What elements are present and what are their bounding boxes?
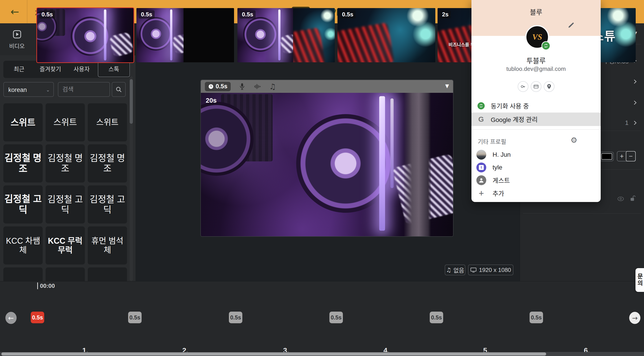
tab-video[interactable]: 비디오 xyxy=(0,23,34,55)
timeline-prev-button[interactable]: ← xyxy=(6,312,16,324)
subtab-user[interactable]: 사용자 xyxy=(66,62,98,77)
slide-duration-badge: 0.5s xyxy=(240,10,256,18)
eye-icon xyxy=(617,196,624,201)
gear-icon[interactable]: ⚙ xyxy=(570,136,577,144)
sidebar-scrollbar-thumb[interactable] xyxy=(130,79,133,124)
search-input[interactable] xyxy=(58,82,110,97)
key-icon xyxy=(520,84,526,89)
setting-row[interactable] xyxy=(628,77,638,86)
timeline xyxy=(0,281,644,356)
slide-duration-badge: 0.5s xyxy=(340,10,356,18)
timeline-slide-3[interactable]: 0.5s xyxy=(238,8,335,62)
transition-badge[interactable]: 0.5s xyxy=(128,312,142,323)
google-g-icon: G xyxy=(477,115,485,123)
subtab-stock[interactable]: 스톡 xyxy=(98,62,130,77)
setting-row[interactable] xyxy=(628,98,638,107)
font-card[interactable]: KCC 차쌤체 xyxy=(3,226,43,265)
decrease-button[interactable]: − xyxy=(626,151,636,161)
edit-pencil-icon[interactable] xyxy=(568,21,575,29)
font-card[interactable]: 김정철 명조 xyxy=(46,144,85,182)
slide-preview[interactable]: 20s 0.5s ♫ ▼ xyxy=(201,80,453,236)
profile-title: 블루 xyxy=(472,7,601,16)
profile-row-guest[interactable]: 게스트 xyxy=(472,174,601,187)
google-account-panel: 블루 VS 투블루 tubloo.dev@gmail.com 동기화 xyxy=(472,0,601,202)
font-card[interactable]: 김정철 고딕 xyxy=(46,185,85,224)
transition-badge-start[interactable]: 0.5s xyxy=(31,312,44,323)
divider xyxy=(472,129,601,130)
addresses-button[interactable] xyxy=(544,81,554,92)
lock-toggle[interactable] xyxy=(630,195,636,203)
resolution-button[interactable]: 1920 x 1080 xyxy=(468,265,514,275)
search-button[interactable] xyxy=(112,82,126,97)
subtab-favorites[interactable]: 즐겨찾기 xyxy=(35,62,66,77)
font-card[interactable] xyxy=(88,268,127,281)
sound-button[interactable] xyxy=(254,83,261,90)
add-profile-row[interactable]: + 추가 xyxy=(472,187,601,200)
video-icon xyxy=(0,27,34,41)
app-window: ← 제목없음 0.5s 미리보기 ▼ 더 보기 ▼ 비디오 이 xyxy=(0,0,644,356)
monitor-icon xyxy=(470,267,476,273)
unlock-icon xyxy=(630,195,636,202)
plus-icon: + xyxy=(476,189,486,198)
font-card[interactable]: 스위트 xyxy=(46,103,85,141)
payments-button[interactable] xyxy=(531,81,542,92)
clock-icon xyxy=(208,84,214,89)
transition-badge[interactable]: 0.5s xyxy=(229,312,242,323)
timeline-next-button[interactable]: → xyxy=(629,312,640,324)
subtab-recent[interactable]: 최근 xyxy=(3,62,35,77)
font-card[interactable]: 김정철 명조 xyxy=(88,144,127,182)
sync-badge-icon xyxy=(542,41,550,50)
music-button[interactable]: ♫ xyxy=(269,82,276,91)
language-filter-dropdown[interactable]: korean ⌄ xyxy=(3,82,54,97)
slide-duration-button[interactable]: 0.5s xyxy=(205,82,231,91)
video-time-label: 20s xyxy=(206,97,216,104)
passwords-button[interactable] xyxy=(518,81,528,92)
sync-status-row[interactable]: 동기화 사용 중 xyxy=(472,99,601,112)
inquiry-tab[interactable]: 문의 xyxy=(636,268,644,292)
preview-video[interactable]: 20s xyxy=(201,93,453,236)
increase-button[interactable]: + xyxy=(617,152,626,161)
font-card[interactable]: 김정철 명조 xyxy=(3,144,43,182)
preview-collapse-icon[interactable]: ▼ xyxy=(445,83,449,89)
timeline-scrollbar-thumb[interactable] xyxy=(1,353,546,356)
transition-badge[interactable]: 0.5s xyxy=(530,312,543,323)
search-icon xyxy=(115,86,122,93)
font-card[interactable]: 스위트 xyxy=(3,103,43,141)
count-setting-row[interactable]: 1 xyxy=(625,118,638,127)
playhead-marker xyxy=(37,283,38,289)
profile-row-hjun[interactable]: H. Jun xyxy=(472,148,601,161)
mic-button[interactable] xyxy=(239,83,246,90)
font-card[interactable]: KCC 무럭무럭 xyxy=(46,226,85,265)
font-card[interactable]: 김정철 고딕 xyxy=(88,185,127,224)
sidebar-scrollbar[interactable] xyxy=(130,76,133,281)
back-arrow-icon[interactable]: ← xyxy=(8,5,22,18)
mic-icon xyxy=(239,83,246,90)
manage-google-account-row[interactable]: G Google 계정 관리 xyxy=(472,112,601,126)
slide-duration-badge: 0.5s xyxy=(139,10,154,18)
timeline-slide-1[interactable]: 0.5s xyxy=(37,8,134,62)
account-email: tubloo.dev@gmail.com xyxy=(472,65,601,72)
font-card[interactable]: 휴먼 범석체 xyxy=(88,226,127,265)
sync-on-icon xyxy=(477,102,485,110)
font-card[interactable]: 한글 xyxy=(46,268,85,281)
timeline-scrollbar[interactable] xyxy=(0,352,644,356)
avatar xyxy=(476,150,486,160)
video-frame xyxy=(201,93,453,236)
timeline-slide-2[interactable]: 0.5s xyxy=(136,8,234,62)
profile-row-tyle[interactable]: t tyle xyxy=(472,161,601,174)
timeline-slide-4[interactable]: 0.5s xyxy=(338,8,435,62)
other-profiles-label: 기타 프로필 xyxy=(478,137,506,145)
transition-badge[interactable]: 0.5s xyxy=(330,312,343,323)
bgm-button[interactable]: ♫ 없음 xyxy=(445,265,466,275)
music-note-icon: ♫ xyxy=(269,82,276,91)
color-swatch-button[interactable] xyxy=(600,152,614,161)
slide-duration-badge: 0.5s xyxy=(39,10,55,18)
visibility-toggle[interactable] xyxy=(617,196,624,202)
font-card[interactable]: '' xyxy=(3,268,43,281)
size-stepper: + − xyxy=(617,151,636,161)
font-card[interactable]: 김정철 고딕 xyxy=(3,185,43,224)
font-card[interactable]: 스위트 xyxy=(88,103,127,141)
chevron-down-icon: ⌄ xyxy=(46,82,50,97)
transition-badge[interactable]: 0.5s xyxy=(430,312,443,323)
guest-person-icon xyxy=(476,175,486,185)
